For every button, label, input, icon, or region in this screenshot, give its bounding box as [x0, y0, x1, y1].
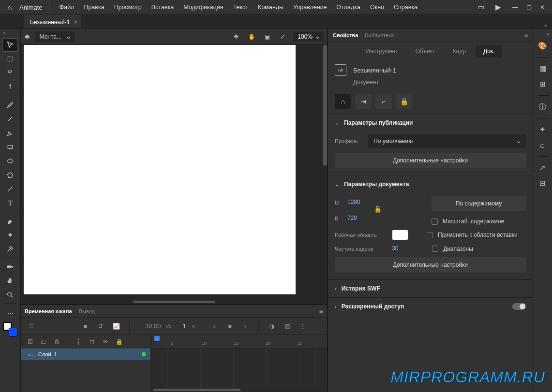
stage-scrollbar-horizontal[interactable] — [133, 301, 215, 303]
pin-tool[interactable] — [2, 80, 18, 94]
home-icon[interactable]: ⌂ — [3, 3, 16, 12]
frame-span-icon[interactable]: ▥ — [282, 321, 293, 332]
options-icon[interactable]: ⋯ — [2, 306, 18, 319]
publish-more-button[interactable]: Дополнительные настройки — [335, 153, 526, 168]
onion-skin-icon[interactable]: ◑ — [267, 321, 277, 332]
new-layer-icon[interactable]: ☒ — [26, 337, 34, 346]
stage-scrollbar-vertical[interactable] — [323, 45, 327, 166]
apply-paste-checkbox[interactable] — [427, 232, 433, 238]
menu-control[interactable]: Управление — [288, 4, 332, 11]
brush-tool[interactable] — [2, 98, 18, 112]
new-folder-icon[interactable]: 🗀 — [39, 337, 48, 346]
camera-layer-icon[interactable]: ■ — [80, 321, 90, 332]
tab-properties[interactable]: Свойства — [333, 32, 358, 38]
paint-bucket-tool[interactable] — [2, 228, 18, 242]
next-frame-icon[interactable]: › — [240, 321, 251, 332]
fill-swatch[interactable] — [9, 328, 17, 336]
ellipse-tool[interactable] — [2, 154, 18, 168]
current-frame[interactable]: 1 — [183, 322, 186, 330]
tab-overflow-icon[interactable]: » — [544, 22, 547, 28]
zoom-tool[interactable] — [2, 288, 18, 302]
tab-output[interactable]: Вывод — [79, 307, 95, 315]
layers-icon[interactable]: ☰ — [26, 321, 36, 332]
color-panel-icon[interactable]: 🎨 — [537, 40, 549, 52]
align-panel-icon[interactable]: ⊞ — [537, 78, 549, 90]
layer-depth-icon[interactable]: ⇵ — [95, 321, 106, 332]
camera-tool[interactable] — [2, 260, 18, 274]
menu-edit[interactable]: Правка — [79, 4, 109, 11]
ranges-checkbox[interactable] — [432, 246, 438, 252]
scene-dropdown[interactable]: Монта... — [35, 31, 75, 42]
strip-expand-icon[interactable]: » — [546, 31, 549, 37]
section-docparam-header[interactable]: ⌄ Параметры документа — [328, 175, 533, 193]
snap-button[interactable]: ∩ — [335, 94, 351, 109]
frames-grid[interactable] — [151, 348, 327, 392]
subtab-frame[interactable]: Кадр — [445, 45, 474, 58]
menu-commands[interactable]: Команды — [253, 4, 288, 11]
menu-help[interactable]: Справка — [389, 4, 422, 11]
tab-timeline[interactable]: Временная шкала — [25, 307, 72, 315]
menu-window[interactable]: Окно — [365, 4, 389, 11]
close-tab-icon[interactable]: × — [74, 18, 77, 26]
link-wh-icon[interactable]: 🔓 — [374, 205, 381, 213]
text-tool[interactable]: T — [2, 196, 18, 210]
prev-frame-icon[interactable]: ‹ — [209, 321, 220, 332]
timeline-scrollbar[interactable] — [153, 389, 240, 391]
rotate-view-icon[interactable]: ✋ — [246, 31, 257, 42]
info-panel-icon[interactable]: ⓘ — [537, 101, 549, 113]
graph-icon[interactable]: 📈 — [111, 321, 121, 332]
panel-expand-icon[interactable]: » — [3, 30, 6, 36]
stage-canvas[interactable] — [24, 45, 296, 294]
pen-tool[interactable] — [2, 126, 18, 140]
center-stage-icon[interactable]: ✥ — [231, 31, 241, 42]
visibility-icon[interactable]: 👁 — [101, 337, 110, 346]
scale-content-checkbox[interactable] — [432, 218, 438, 225]
menu-debug[interactable]: Отладка — [332, 4, 365, 11]
menu-modify[interactable]: Модификация — [179, 4, 228, 11]
selection-tool[interactable] — [2, 38, 18, 52]
fit-content-button[interactable]: По содержимому — [432, 196, 526, 211]
fit-icon[interactable]: ⤢ — [277, 31, 288, 42]
outline-icon[interactable]: ◻ — [88, 337, 96, 346]
tab-library[interactable]: Библиотека — [365, 32, 394, 38]
transform-panel-icon[interactable]: ✦ — [537, 123, 549, 136]
menu-text[interactable]: Текст — [228, 4, 253, 11]
timeline-ruler[interactable]: 5 10 15 20 25 — [151, 335, 327, 348]
workspace-icon[interactable]: ▭ — [474, 1, 488, 13]
assets-panel-icon[interactable]: ⊟ — [537, 177, 549, 189]
width-field[interactable]: 1280 — [347, 199, 369, 206]
polygon-tool[interactable] — [2, 168, 18, 182]
lock-button[interactable]: 🔒 — [396, 94, 412, 109]
height-field[interactable]: 720 — [347, 215, 369, 222]
play-icon[interactable]: ▶ — [491, 1, 506, 13]
timeline-settings-icon[interactable]: ⋮ — [298, 321, 308, 332]
delete-layer-icon[interactable]: 🗑 — [53, 337, 61, 346]
subtab-tool[interactable]: Инструмент — [358, 45, 406, 58]
lock-icon[interactable]: 🔒 — [115, 337, 123, 346]
document-tab[interactable]: Безымянный-1 × — [24, 15, 81, 28]
stage-color-swatch[interactable] — [392, 230, 408, 240]
profile-dropdown[interactable]: По умолчанию — [368, 134, 526, 148]
subtab-doc[interactable]: Док. — [476, 45, 503, 58]
section-swf-header[interactable]: › История SWF — [328, 280, 533, 297]
line-tool[interactable] — [2, 182, 18, 196]
color-swatches[interactable] — [3, 322, 17, 336]
eyedropper-tool[interactable] — [2, 242, 18, 256]
maximize-button[interactable]: ▢ — [522, 0, 536, 14]
section-publish-header[interactable]: ⌄ Параметры публикации — [328, 114, 533, 131]
minimize-button[interactable]: — — [508, 0, 522, 14]
clip-icon[interactable]: ▣ — [262, 31, 272, 42]
menu-insert[interactable]: Вставка — [147, 4, 179, 11]
close-button[interactable]: ✕ — [536, 0, 549, 14]
hand-tool[interactable] — [2, 274, 18, 288]
section-access-header[interactable]: › Расширенный доступ — [328, 298, 533, 315]
subtab-object[interactable]: Объект — [408, 45, 443, 58]
ruler-button[interactable]: ⌐ — [375, 94, 392, 109]
menu-view[interactable]: Просмотр — [109, 4, 147, 11]
docparam-more-button[interactable]: Дополнительные настройки — [335, 257, 526, 273]
timeline-menu-icon[interactable]: ≡ — [319, 307, 323, 315]
zoom-dropdown[interactable]: 100% — [293, 32, 323, 42]
access-toggle[interactable] — [512, 303, 526, 310]
frame-picker-icon[interactable]: ↗ — [537, 161, 549, 174]
fps-field[interactable]: 30 — [392, 245, 414, 252]
